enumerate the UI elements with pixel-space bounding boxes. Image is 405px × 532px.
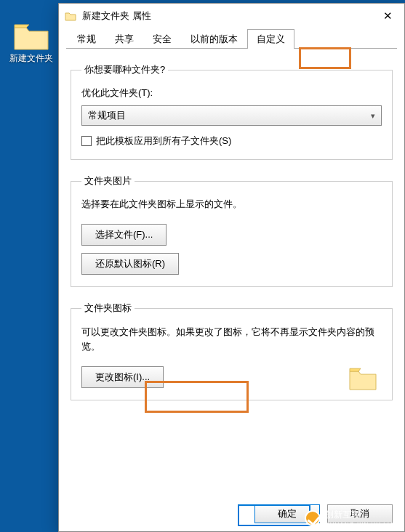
apply-to-children-label: 把此模板应用到所有子文件夹(S) (96, 134, 231, 148)
dialog-body: 你想要哪种文件夹? 优化此文件夹(T): 常规项目 ▾ 把此模板应用到所有子文件… (59, 49, 404, 496)
dialog-title: 新建文件夹 属性 (82, 9, 372, 23)
optimize-select[interactable]: 常规项目 ▾ (81, 105, 382, 126)
choose-file-button[interactable]: 选择文件(F)... (81, 224, 167, 246)
annotation-highlight (299, 47, 351, 69)
tab-sharing[interactable]: 共享 (105, 29, 143, 49)
restore-default-button[interactable]: 还原默认图标(R) (81, 253, 179, 275)
tab-customize[interactable]: 自定义 (247, 29, 294, 49)
group-folder-kind-legend: 你想要哪种文件夹? (81, 63, 168, 76)
titlebar: 新建文件夹 属性 ✕ (59, 4, 404, 28)
brand-name: 创新互联 (325, 509, 399, 521)
chevron-down-icon: ▾ (371, 111, 375, 121)
folder-icon (65, 10, 76, 22)
optimize-value: 常规项目 (88, 109, 126, 122)
watermark: 创新互联 CHUANG XIN HU LIAN (305, 509, 399, 528)
desktop-folder-icon[interactable]: 新建文件夹 (6, 22, 57, 65)
close-icon[interactable]: ✕ (372, 4, 404, 28)
annotation-highlight (145, 381, 249, 413)
brand-sub: CHUANG XIN HU LIAN (325, 521, 399, 528)
group-folder-icon-legend: 文件夹图标 (81, 302, 135, 315)
desktop-folder-label: 新建文件夹 (6, 52, 57, 65)
brand-logo-icon (305, 510, 321, 526)
group-folder-picture-legend: 文件夹图片 (81, 174, 135, 188)
folder-icon-preview (348, 366, 377, 391)
folder-picture-desc: 选择要在此文件夹图标上显示的文件。 (81, 198, 382, 211)
tab-security[interactable]: 安全 (143, 29, 181, 49)
group-folder-picture: 文件夹图片 选择要在此文件夹图标上显示的文件。 选择文件(F)... 还原默认图… (71, 174, 393, 287)
annotation-highlight (238, 504, 310, 526)
checkbox-icon (81, 136, 92, 146)
apply-to-children-checkbox[interactable]: 把此模板应用到所有子文件夹(S) (81, 134, 382, 148)
tab-general[interactable]: 常规 (68, 29, 105, 49)
tab-previous-versions[interactable]: 以前的版本 (181, 29, 247, 49)
desktop: 新建文件夹 新建文件夹 属性 ✕ 常规 共享 安全 以前的版本 自定义 你想要哪… (0, 0, 405, 532)
folder-icon (13, 22, 49, 51)
group-folder-kind: 你想要哪种文件夹? 优化此文件夹(T): 常规项目 ▾ 把此模板应用到所有子文件… (71, 63, 393, 160)
optimize-label: 优化此文件夹(T): (81, 86, 382, 100)
folder-icon-desc: 可以更改文件夹图标。如果更改了图标，它将不再显示文件夹内容的预览。 (81, 325, 382, 353)
tabs: 常规 共享 安全 以前的版本 自定义 (59, 28, 404, 49)
properties-dialog: 新建文件夹 属性 ✕ 常规 共享 安全 以前的版本 自定义 你想要哪种文件夹? … (58, 3, 405, 532)
